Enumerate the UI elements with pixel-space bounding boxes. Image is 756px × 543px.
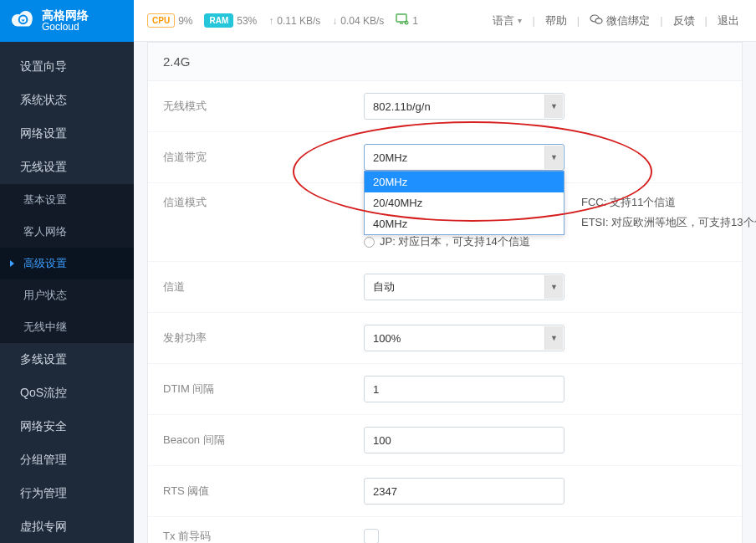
ram-value: 53% <box>237 15 257 27</box>
row-rts: RTS 阈值 2347 <box>148 466 742 517</box>
input-rts[interactable]: 2347 <box>364 478 564 505</box>
logo: 高格网络 Gocloud <box>0 0 134 42</box>
radio-jp[interactable]: JP: 对应日本，可支持14个信道 <box>364 234 727 249</box>
nav-system-status[interactable]: 系统状态 <box>0 84 134 117</box>
select-wireless-mode-value: 802.11b/g/n <box>373 100 431 113</box>
nav-qos[interactable]: QoS流控 <box>0 377 134 410</box>
section-title-24g: 2.4G <box>148 43 742 81</box>
row-dtim: DTIM 间隔 1 <box>148 364 742 415</box>
nav-vpn[interactable]: 虚拟专网 <box>0 510 134 543</box>
brand-name-en: Gocloud <box>42 22 89 33</box>
checkbox-tx-preamble[interactable] <box>364 529 379 543</box>
nav-setup-wizard[interactable]: 设置向导 <box>0 50 134 84</box>
row-tx-preamble: Tx 前导码 <box>148 517 742 543</box>
download-icon: ↓ <box>332 15 337 27</box>
svg-point-4 <box>595 18 602 23</box>
select-channel[interactable]: 自动 <box>364 274 564 300</box>
download-value: 0.04 KB/s <box>340 15 384 27</box>
nav: 设置向导 系统状态 网络设置 无线设置 基本设置 客人网络 高级设置 用户状态 … <box>0 42 134 543</box>
radio-fcc-label-vis: FCC: 支持11个信道 <box>581 195 676 210</box>
cloud-logo-icon <box>8 8 35 34</box>
label-beacon: Beacon 间隔 <box>163 433 347 448</box>
wechat-bind-link[interactable]: 微信绑定 <box>586 13 653 28</box>
nav-basic-settings[interactable]: 基本设置 <box>0 184 134 216</box>
radio-etsi-label: ETSI: 对应欧洲等地区，可支持13个信道 <box>581 215 756 230</box>
label-wireless-mode: 无线模式 <box>163 99 347 114</box>
label-tx-preamble: Tx 前导码 <box>163 529 347 543</box>
devices-icon <box>396 13 409 28</box>
row-channel: 信道 自动 <box>148 262 742 313</box>
input-rts-value: 2347 <box>373 485 397 498</box>
wechat-icon <box>590 13 603 28</box>
content-area[interactable]: 2.4G 无线模式 802.11b/g/n 信道带宽 20MHz <box>134 42 756 543</box>
input-beacon[interactable]: 100 <box>364 427 564 453</box>
top-links: 语言 ▾ | 帮助 | 微信绑定 | 反馈 | 退出 <box>489 13 743 28</box>
nav-group-mgmt[interactable]: 分组管理 <box>0 443 134 477</box>
select-channel-bw-value: 20MHz <box>373 151 407 164</box>
label-tx-power: 发射功率 <box>163 330 347 346</box>
main: CPU 9% RAM 53% ↑ 0.11 KB/s ↓ 0.04 KB/s <box>134 0 756 543</box>
ram-stat: RAM 53% <box>204 13 257 28</box>
lang-label: 语言 <box>493 13 514 28</box>
svg-point-2 <box>405 21 409 25</box>
label-channel-bw: 信道带宽 <box>163 150 347 165</box>
label-channel: 信道 <box>163 279 347 295</box>
nav-security[interactable]: 网络安全 <box>0 410 134 443</box>
label-dtim: DTIM 间隔 <box>163 382 347 397</box>
sidebar: 高格网络 Gocloud 设置向导 系统状态 网络设置 无线设置 基本设置 客人… <box>0 0 134 543</box>
nav-advanced-settings[interactable]: 高级设置 <box>0 248 134 279</box>
nav-wireless-settings[interactable]: 无线设置 <box>0 151 134 184</box>
radio-jp-label: JP: 对应日本，可支持14个信道 <box>380 234 530 249</box>
select-channel-value: 自动 <box>373 279 395 295</box>
logout-link[interactable]: 退出 <box>714 13 743 28</box>
input-dtim-value: 1 <box>373 383 379 396</box>
upload-value: 0.11 KB/s <box>277 15 320 27</box>
upload-icon: ↑ <box>268 15 273 27</box>
dropdown-channel-bw: 20MHz 20/40MHz 40MHz <box>364 171 564 235</box>
dropdown-option-20mhz[interactable]: 20MHz <box>365 172 564 192</box>
row-tx-power: 发射功率 100% <box>148 313 742 364</box>
cpu-icon: CPU <box>147 13 175 28</box>
label-channel-mode: 信道模式 <box>163 195 347 210</box>
topbar: CPU 9% RAM 53% ↑ 0.11 KB/s ↓ 0.04 KB/s <box>134 0 756 42</box>
panel-24g: 2.4G 无线模式 802.11b/g/n 信道带宽 20MHz <box>147 42 743 543</box>
row-beacon: Beacon 间隔 100 <box>148 415 742 466</box>
system-stats: CPU 9% RAM 53% ↑ 0.11 KB/s ↓ 0.04 KB/s <box>147 13 418 28</box>
select-channel-bw[interactable]: 20MHz <box>364 144 564 171</box>
nav-guest-network[interactable]: 客人网络 <box>0 216 134 248</box>
nav-user-status[interactable]: 用户状态 <box>0 279 134 311</box>
nav-wireless-repeater[interactable]: 无线中继 <box>0 311 134 343</box>
input-beacon-value: 100 <box>373 434 391 447</box>
svg-rect-1 <box>396 14 406 22</box>
nav-behavior-mgmt[interactable]: 行为管理 <box>0 477 134 510</box>
help-link[interactable]: 帮助 <box>542 13 570 28</box>
select-tx-power-value: 100% <box>373 332 401 345</box>
cpu-value: 9% <box>178 15 192 27</box>
wechat-label: 微信绑定 <box>606 13 650 28</box>
select-tx-power[interactable]: 100% <box>364 325 564 351</box>
radio-icon <box>364 237 375 248</box>
ram-icon: RAM <box>204 13 233 28</box>
cpu-stat: CPU 9% <box>147 13 192 28</box>
brand-name-cn: 高格网络 <box>42 9 89 22</box>
dropdown-option-2040mhz[interactable]: 20/40MHz <box>365 192 564 213</box>
nav-multiwan[interactable]: 多线设置 <box>0 343 134 377</box>
chevron-down-icon: ▾ <box>518 16 522 25</box>
nav-network-settings[interactable]: 网络设置 <box>0 117 134 151</box>
row-channel-bw: 信道带宽 20MHz 20MHz 20/40MHz 40MHz <box>148 132 742 183</box>
label-rts: RTS 阈值 <box>163 484 347 499</box>
clients-stat: 1 <box>396 13 418 28</box>
feedback-link[interactable]: 反馈 <box>670 13 698 28</box>
upload-stat: ↑ 0.11 KB/s <box>268 15 320 27</box>
clients-value: 1 <box>412 15 418 27</box>
dropdown-option-40mhz[interactable]: 40MHz <box>365 213 564 234</box>
download-stat: ↓ 0.04 KB/s <box>332 15 384 27</box>
row-wireless-mode: 无线模式 802.11b/g/n <box>148 81 742 132</box>
input-dtim[interactable]: 1 <box>364 376 564 402</box>
select-wireless-mode[interactable]: 802.11b/g/n <box>364 93 564 120</box>
lang-dropdown[interactable]: 语言 ▾ <box>489 13 525 28</box>
